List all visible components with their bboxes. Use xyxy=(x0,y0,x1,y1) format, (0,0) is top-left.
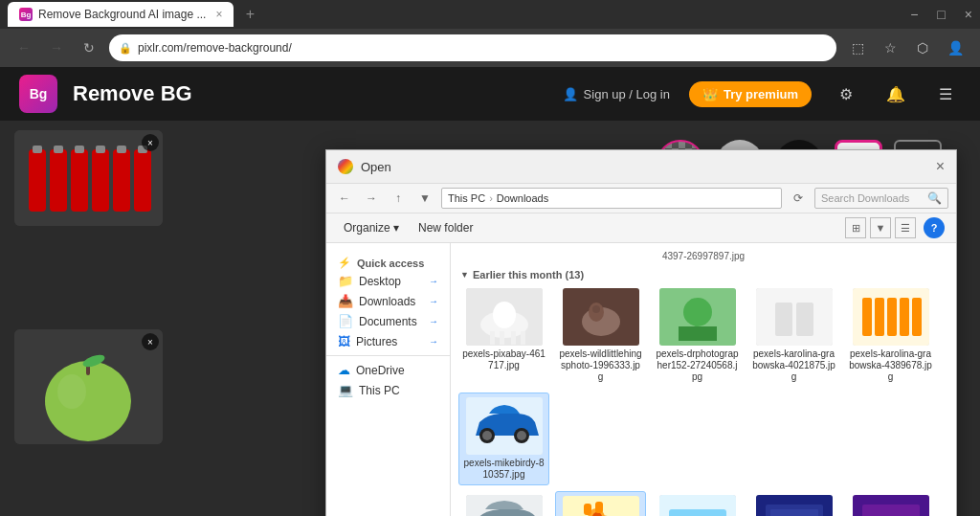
premium-button[interactable]: 👑 Try premium xyxy=(689,81,812,107)
svg-rect-67 xyxy=(669,509,726,516)
svg-point-56 xyxy=(517,431,526,440)
dialog-chrome-icon xyxy=(338,159,353,174)
back-button[interactable]: ← xyxy=(11,35,36,60)
search-box[interactable]: Search Downloads 🔍 xyxy=(814,188,948,209)
file-item[interactable]: pexels-karolina-grabowska-4389678.jpg xyxy=(845,284,936,387)
new-tab-button[interactable]: + xyxy=(237,2,262,27)
breadcrumb-downloads: Downloads xyxy=(497,192,548,204)
file-item[interactable]: sample_1280×853.tiff xyxy=(748,491,839,516)
address-bar[interactable]: 🔒 pixlr.com/remove-background/ xyxy=(109,34,836,61)
svg-rect-35 xyxy=(521,331,525,345)
new-folder-button[interactable]: New folder xyxy=(412,218,479,237)
dialog-nav-toolbar: ← → ↑ ▼ This PC › Downloads ⟳ Search Dow… xyxy=(326,184,956,213)
top-file-label: 4397-26997897.jpg xyxy=(458,251,948,265)
signup-button[interactable]: 👤 Sign up / Log in xyxy=(563,87,670,101)
help-button[interactable]: ? xyxy=(924,217,945,238)
search-icon: 🔍 xyxy=(927,191,942,205)
file-thumbnail xyxy=(853,495,929,516)
dialog-titlebar: Open × xyxy=(326,150,956,184)
file-item[interactable]: sample1.webp xyxy=(652,491,743,516)
svg-point-39 xyxy=(592,305,600,313)
file-name: pexels-drphotographer152-27240568.jpg xyxy=(656,348,739,383)
documents-arrow: → xyxy=(429,316,438,326)
tab-bar: Bg Remove Background AI image ... × + − … xyxy=(0,0,980,29)
onedrive-icon: ☁ xyxy=(338,363,350,377)
file-name: pexels-wildlittlehingsphoto-1996333.jpg xyxy=(559,348,642,383)
downloads-arrow: → xyxy=(429,296,438,306)
active-tab[interactable]: Bg Remove Background AI image ... × xyxy=(8,2,234,27)
svg-point-31 xyxy=(493,302,516,328)
address-text: pixlr.com/remove-background/ xyxy=(138,41,292,55)
svg-rect-42 xyxy=(679,326,717,341)
forward-button[interactable]: → xyxy=(44,35,69,60)
settings-button[interactable]: ⚙ xyxy=(831,79,861,109)
reload-button[interactable]: ↻ xyxy=(77,35,101,60)
view-list-button[interactable]: ☰ xyxy=(895,217,916,238)
sidebar-pictures[interactable]: 🖼 Pictures → xyxy=(326,331,450,351)
organize-button[interactable]: Organize ▾ xyxy=(338,218,405,237)
file-thumbnail xyxy=(659,288,736,346)
dialog-forward-button[interactable]: → xyxy=(361,188,382,209)
quick-access-icon: ⚡ xyxy=(338,257,351,269)
window-controls: − □ × xyxy=(336,7,972,22)
svg-rect-50 xyxy=(900,298,909,336)
sidebar-documents[interactable]: 📄 Documents → xyxy=(326,311,450,331)
header-actions: 👤 Sign up / Log in 👑 Try premium ⚙ 🔔 ☰ xyxy=(563,79,961,109)
profile-button[interactable]: 👤 xyxy=(942,34,969,61)
file-item[interactable]: pexels-karolina-grabowska-4021875.jpg xyxy=(748,284,839,387)
file-dialog-overlay: Open × ← → ↑ ▼ This PC › Downloads ⟳ Sea… xyxy=(0,121,980,516)
breadcrumb-bar[interactable]: This PC › Downloads xyxy=(441,188,782,209)
file-thumbnail xyxy=(756,495,833,516)
file-item[interactable]: sample_1280×853.bmp xyxy=(845,491,936,516)
svg-rect-72 xyxy=(862,505,920,516)
tab-close-button[interactable]: × xyxy=(215,8,222,21)
file-name: pexels-pixabay-461717.jpg xyxy=(462,348,546,371)
file-thumbnail xyxy=(563,288,639,346)
view-buttons: ⊞ ▼ ☰ xyxy=(845,217,916,238)
dialog-up-button[interactable]: ↑ xyxy=(388,188,409,209)
file-name: pexels-mikebirdy-810357.jpg xyxy=(463,458,545,481)
tab-label: Remove Background AI image ... xyxy=(38,8,206,21)
file-item[interactable]: pexels-wildlittlehingsphoto-1996333.jpg xyxy=(555,284,646,387)
file-thumbnail xyxy=(756,288,833,346)
svg-rect-48 xyxy=(875,298,884,336)
file-name: pexels-karolina-grabowska-4021875.jpg xyxy=(752,348,835,383)
file-thumbnail xyxy=(466,495,543,516)
svg-rect-33 xyxy=(500,331,504,345)
notifications-button[interactable]: 🔔 xyxy=(880,79,911,109)
sidebar-onedrive[interactable]: ☁ OneDrive xyxy=(326,360,450,380)
extensions-button[interactable]: ⬡ xyxy=(909,34,936,61)
dialog-close-button[interactable]: × xyxy=(936,158,945,175)
section-expand-icon: ▼ xyxy=(460,270,469,280)
refresh-button[interactable]: ⟳ xyxy=(788,188,809,209)
view-down-button[interactable]: ▼ xyxy=(870,217,891,238)
main-area: ✂ × xyxy=(0,121,980,516)
bookmark-button[interactable]: ☆ xyxy=(877,34,903,61)
sidebar-downloads[interactable]: 📥 Downloads → xyxy=(326,291,450,311)
svg-rect-47 xyxy=(862,298,872,336)
dialog-down-arrow[interactable]: ▼ xyxy=(414,188,435,209)
sidebar-desktop[interactable]: 📁 Desktop → xyxy=(326,271,450,291)
browser-actions: ⬚ ☆ ⬡ 👤 xyxy=(844,34,969,61)
brand-logo: Bg xyxy=(19,75,57,113)
extension-button[interactable]: ⬚ xyxy=(844,34,871,61)
breadcrumb-thispc: This PC xyxy=(448,192,485,204)
file-item-selected[interactable]: pexels-hnoody93-58997.jpg xyxy=(555,491,646,516)
file-item[interactable]: pexels-mikebirdy-116675.jpg xyxy=(458,491,549,516)
file-item[interactable]: pexels-pixabay-461717.jpg xyxy=(458,284,549,387)
file-item-selected[interactable]: pexels-mikebirdy-810357.jpg xyxy=(458,393,549,485)
downloads-icon: 📥 xyxy=(338,294,353,308)
svg-rect-34 xyxy=(511,331,516,345)
pictures-arrow: → xyxy=(429,336,438,347)
thispc-icon: 💻 xyxy=(338,383,353,397)
svg-rect-45 xyxy=(796,303,813,336)
file-thumbnail xyxy=(466,397,543,455)
address-bar-row: ← → ↻ 🔒 pixlr.com/remove-background/ ⬚ ☆… xyxy=(0,29,980,67)
file-item[interactable]: pexels-drphotographer152-27240568.jpg xyxy=(652,284,743,387)
menu-button[interactable]: ☰ xyxy=(930,79,961,109)
dialog-back-button[interactable]: ← xyxy=(334,188,355,209)
dialog-sidebar: ⚡ Quick access 📁 Desktop → 📥 Downloads → xyxy=(326,243,451,516)
view-grid-button[interactable]: ⊞ xyxy=(845,217,866,238)
sidebar-thispc[interactable]: 💻 This PC xyxy=(326,380,450,400)
file-thumbnail xyxy=(466,288,543,346)
